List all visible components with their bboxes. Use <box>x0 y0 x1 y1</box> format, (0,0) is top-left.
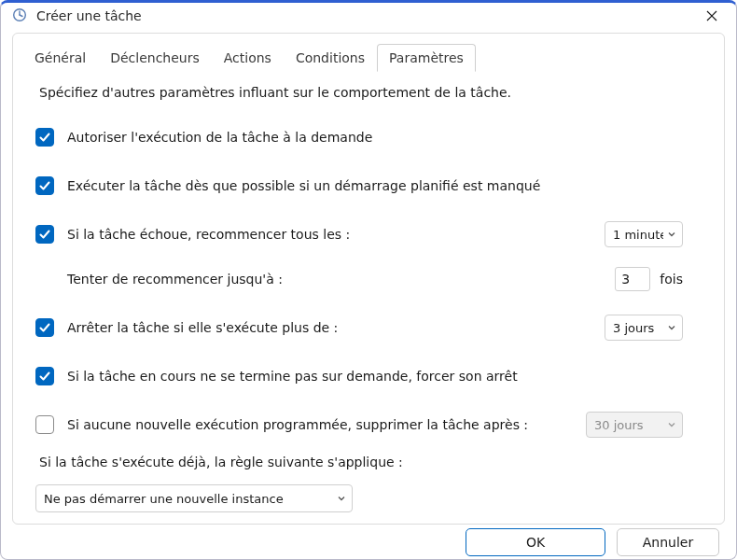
row-allow-on-demand: Autoriser l'exécution de la tâche à la d… <box>35 124 702 150</box>
cancel-button[interactable]: Annuler <box>617 528 719 556</box>
label-stop-if-longer: Arrêter la tâche si elle s'exécute plus … <box>67 320 338 335</box>
row-stop-if-longer: Arrêter la tâche si elle s'exécute plus … <box>35 315 702 341</box>
label-retry-unit: fois <box>660 272 683 287</box>
select-rule-value: Ne pas démarrer une nouvelle instance <box>44 492 333 506</box>
window-title: Créer une tâche <box>36 8 691 23</box>
label-delete-if-no-schedule: Si aucune nouvelle exécution programmée,… <box>67 417 528 432</box>
svg-line-2 <box>20 15 22 17</box>
select-rule[interactable]: Ne pas démarrer une nouvelle instance <box>35 484 353 512</box>
retry-count-value: 3 <box>621 272 630 287</box>
label-restart-if-fail: Si la tâche échoue, recommencer tous les… <box>67 227 350 242</box>
select-restart-interval-value: 1 minute <box>613 228 663 242</box>
label-retry-up-to: Tenter de recommencer jusqu'à : <box>67 272 283 287</box>
dialog-footer: OK Annuler <box>1 525 736 559</box>
chevron-down-icon <box>667 323 676 332</box>
tab-actions[interactable]: Actions <box>212 44 284 72</box>
row-restart-if-fail: Si la tâche échoue, recommencer tous les… <box>35 221 702 247</box>
chevron-down-icon <box>337 494 346 503</box>
select-stop-duration-value: 3 jours <box>613 321 663 335</box>
select-stop-duration[interactable]: 3 jours <box>605 315 683 341</box>
select-restart-interval[interactable]: 1 minute <box>605 221 683 247</box>
titlebar: Créer une tâche <box>1 3 736 29</box>
row-delete-if-no-schedule: Si aucune nouvelle exécution programmée,… <box>35 412 702 438</box>
input-retry-count[interactable]: 3 <box>615 267 650 291</box>
row-run-asap: Exécuter la tâche dès que possible si un… <box>35 173 702 199</box>
checkbox-stop-if-longer[interactable] <box>35 318 54 337</box>
tabstrip: Général Déclencheurs Actions Conditions … <box>13 34 724 72</box>
chevron-down-icon <box>667 420 676 429</box>
select-delete-after-value: 30 jours <box>594 418 663 432</box>
select-delete-after: 30 jours <box>586 412 683 438</box>
panel-intro: Spécifiez d'autres paramètres influant s… <box>39 85 702 100</box>
app-icon <box>12 7 27 25</box>
content-frame: Général Déclencheurs Actions Conditions … <box>12 33 725 525</box>
label-rule: Si la tâche s'exécute déjà, la règle sui… <box>39 455 702 469</box>
row-retry-up-to: Tenter de recommencer jusqu'à : 3 fois <box>35 266 702 292</box>
tab-conditions[interactable]: Conditions <box>284 44 377 72</box>
tab-settings[interactable]: Paramètres <box>377 44 476 72</box>
checkbox-force-stop[interactable] <box>35 367 54 385</box>
settings-panel: Spécifiez d'autres paramètres influant s… <box>13 72 724 524</box>
dialog-window: Créer une tâche Général Déclencheurs Act… <box>0 0 737 560</box>
checkbox-delete-if-no-schedule[interactable] <box>35 415 54 434</box>
label-allow-on-demand: Autoriser l'exécution de la tâche à la d… <box>67 130 372 145</box>
ok-button[interactable]: OK <box>466 528 605 556</box>
label-run-asap: Exécuter la tâche dès que possible si un… <box>67 178 540 193</box>
close-button[interactable] <box>699 3 725 29</box>
label-force-stop: Si la tâche en cours ne se termine pas s… <box>67 369 518 384</box>
row-force-stop: Si la tâche en cours ne se termine pas s… <box>35 363 702 389</box>
tab-general[interactable]: Général <box>22 44 98 72</box>
checkbox-restart-if-fail[interactable] <box>35 225 54 244</box>
checkbox-run-asap[interactable] <box>35 176 54 195</box>
chevron-down-icon <box>667 230 676 239</box>
tab-triggers[interactable]: Déclencheurs <box>98 44 212 72</box>
checkbox-allow-on-demand[interactable] <box>35 128 54 147</box>
